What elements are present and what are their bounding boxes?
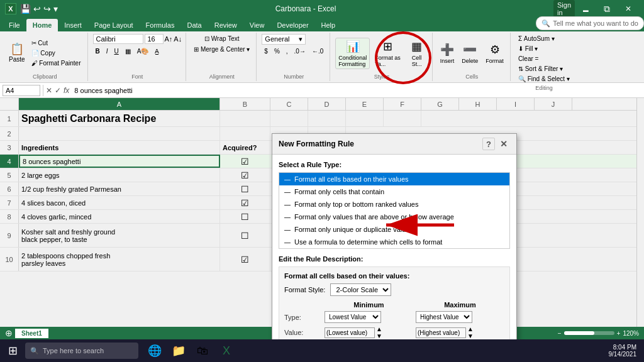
dialog-title-bar: New Formatting Rule ? ✕ bbox=[272, 134, 516, 155]
taskbar-search[interactable]: 🔍 Type here to search bbox=[25, 343, 138, 359]
rule-item-2[interactable]: Format only top or bottom ranked values bbox=[279, 198, 509, 211]
format-all-label: Format all cells based on their values: bbox=[284, 272, 504, 280]
dialog-overlay: New Formatting Rule ? ✕ Select a Rule Ty… bbox=[0, 0, 644, 362]
max-value-spinner[interactable]: ▲▼ bbox=[467, 326, 474, 339]
max-value-cell: ▲▼ bbox=[416, 326, 504, 339]
start-button[interactable]: ⊞ bbox=[3, 341, 23, 361]
taskbar-excel[interactable]: X bbox=[215, 339, 238, 362]
taskbar-edge[interactable]: 🌐 bbox=[143, 339, 166, 362]
min-type-cell: Lowest Value bbox=[325, 311, 413, 323]
rule-item-3[interactable]: Format only values that are above or bel… bbox=[279, 211, 509, 223]
rule-item-1[interactable]: Format only cells that contain bbox=[279, 185, 509, 198]
format-style-label: Format Style: bbox=[284, 286, 325, 293]
dialog-help-button[interactable]: ? bbox=[482, 138, 495, 150]
max-header: Maximum bbox=[416, 301, 504, 309]
formatting-rule-dialog: New Formatting Rule ? ✕ Select a Rule Ty… bbox=[272, 133, 517, 362]
format-style-select[interactable]: 2-Color Scale bbox=[330, 283, 391, 296]
taskbar-items: 🌐 📁 🛍 X bbox=[143, 339, 238, 362]
taskbar-search-icon: 🔍 bbox=[30, 347, 39, 355]
max-type-select[interactable]: Highest Value bbox=[416, 311, 472, 323]
taskbar-store[interactable]: 🛍 bbox=[191, 339, 214, 362]
rule-item-4[interactable]: Format only unique or duplicate values bbox=[279, 223, 509, 236]
dialog-title-controls: ? ✕ bbox=[482, 138, 510, 150]
rule-type-label: Select a Rule Type: bbox=[279, 161, 510, 168]
type-label: Type: bbox=[284, 314, 322, 321]
taskbar-clock: 8:04 PM 9/14/2021 bbox=[609, 344, 642, 358]
taskbar-explorer[interactable]: 📁 bbox=[167, 339, 190, 362]
rule-item-5[interactable]: Use a formula to determine which cells t… bbox=[279, 236, 509, 248]
taskbar-search-text: Type here to search bbox=[43, 347, 104, 354]
max-value-input[interactable] bbox=[416, 327, 466, 338]
dialog-close-button[interactable]: ✕ bbox=[497, 138, 510, 150]
min-header: Minimum bbox=[325, 301, 413, 309]
format-style-row: Format Style: 2-Color Scale bbox=[284, 283, 504, 296]
rule-item-0[interactable]: Format all cells based on their values bbox=[279, 173, 509, 185]
min-type-select[interactable]: Lowest Value bbox=[325, 311, 381, 323]
taskbar: ⊞ 🔍 Type here to search 🌐 📁 🛍 X 8:04 PM … bbox=[0, 339, 644, 362]
edit-label: Edit the Rule Description: bbox=[279, 255, 510, 263]
min-value-input[interactable] bbox=[325, 327, 375, 338]
value-label: Value: bbox=[284, 329, 322, 336]
taskbar-time: 8:04 PM bbox=[609, 344, 637, 351]
dialog-body: Select a Rule Type: Format all cells bas… bbox=[272, 155, 516, 362]
min-value-spinner[interactable]: ▲▼ bbox=[376, 326, 382, 339]
rule-list: Format all cells based on their values F… bbox=[279, 172, 510, 249]
min-value-cell: ▲▼ bbox=[325, 326, 413, 339]
dialog-title-text: New Formatting Rule bbox=[279, 140, 354, 148]
max-type-cell: Highest Value bbox=[416, 311, 504, 323]
taskbar-date: 9/14/2021 bbox=[609, 351, 637, 358]
